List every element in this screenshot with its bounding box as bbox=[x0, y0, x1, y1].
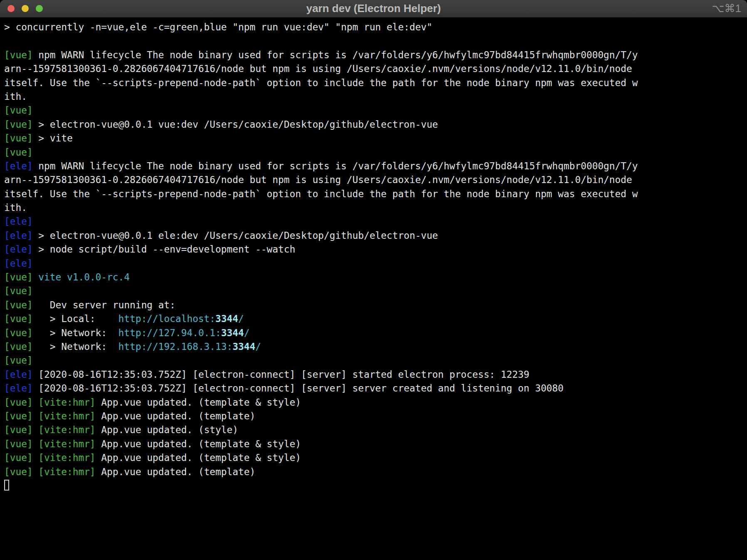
terminal-line: ith. bbox=[4, 90, 747, 104]
terminal-text-segment: > concurrently -n=vue,ele -c=green,blue … bbox=[4, 22, 432, 32]
terminal-text-segment: [vue] bbox=[4, 105, 33, 116]
terminal-line bbox=[4, 34, 747, 48]
terminal-line: [vue] npm WARN lifecycle The node binary… bbox=[4, 48, 747, 62]
terminal-text-segment: ith. bbox=[4, 91, 27, 102]
terminal-text-segment: http://192.168.3.13: bbox=[119, 341, 233, 352]
terminal-text-segment: [ele] bbox=[4, 244, 33, 255]
terminal-text-segment: App.vue updated. (template) bbox=[96, 466, 255, 477]
terminal-text-segment: arn--1597581300361-0.2826067404717616/no… bbox=[4, 63, 632, 74]
terminal-text-segment: [ele] bbox=[4, 161, 33, 171]
close-button[interactable] bbox=[7, 5, 15, 12]
terminal-text-segment: vite v1.0.0-rc.4 bbox=[38, 272, 130, 282]
terminal-text-segment: [ele] bbox=[4, 216, 33, 227]
terminal-line: itself. Use the `--scripts-prepend-node-… bbox=[4, 187, 747, 201]
terminal-text-segment: npm WARN lifecycle The node binary used … bbox=[33, 50, 638, 60]
terminal-line: [vue] > vite bbox=[4, 131, 747, 145]
terminal-text-segment: [vue] bbox=[4, 272, 33, 282]
terminal-text-segment: [vue] bbox=[4, 327, 33, 338]
terminal-text-segment: [ele] bbox=[4, 369, 33, 380]
terminal-text-segment: > node script/build --env=development --… bbox=[33, 244, 295, 255]
zoom-button[interactable] bbox=[36, 5, 43, 12]
terminal-text-segment: App.vue updated. (style) bbox=[96, 424, 238, 435]
terminal-text-segment: Dev server running at: bbox=[33, 300, 176, 310]
terminal-text-segment: [vue] [vite:hmr] bbox=[4, 424, 96, 435]
terminal-text-segment bbox=[33, 272, 39, 282]
terminal-text-segment: > electron-vue@0.0.1 vue:dev /Users/caox… bbox=[33, 119, 438, 130]
terminal-text-segment: [vue] bbox=[4, 119, 33, 130]
terminal-text-segment: [vue] [vite:hmr] bbox=[4, 452, 96, 463]
terminal-cursor-line bbox=[4, 479, 747, 493]
terminal-text-segment: http://127.94.0.1: bbox=[119, 327, 221, 338]
terminal-text-segment: [vue] [vite:hmr] bbox=[4, 411, 96, 421]
terminal-text-segment: [vue] bbox=[4, 300, 33, 310]
terminal-text-segment: 3344 bbox=[233, 341, 255, 352]
terminal-line: [vue] [vite:hmr] App.vue updated. (templ… bbox=[4, 451, 747, 465]
terminal-line: [vue] [vite:hmr] App.vue updated. (templ… bbox=[4, 396, 747, 409]
terminal-line: [vue] > Network: http://127.94.0.1:3344/ bbox=[4, 326, 747, 340]
terminal-text-segment: [2020-08-16T12:35:03.752Z] [electron-con… bbox=[33, 369, 529, 380]
terminal-output[interactable]: > concurrently -n=vue,ele -c=green,blue … bbox=[0, 17, 747, 493]
terminal-text-segment: [vue] bbox=[4, 355, 33, 366]
terminal-line: [vue] bbox=[4, 146, 747, 159]
terminal-line: [vue] [vite:hmr] App.vue updated. (templ… bbox=[4, 465, 747, 479]
terminal-text-segment: [vue] bbox=[4, 341, 33, 352]
terminal-text-segment: [ele] bbox=[4, 258, 33, 269]
terminal-text-segment: itself. Use the `--scripts-prepend-node-… bbox=[4, 188, 638, 199]
terminal-text-segment: [vue] bbox=[4, 313, 33, 324]
terminal-text-segment: > Network: bbox=[33, 327, 119, 338]
terminal-line: [vue] bbox=[4, 354, 747, 367]
terminal-line: [vue] bbox=[4, 104, 747, 117]
terminal-line: [vue] [vite:hmr] App.vue updated. (templ… bbox=[4, 409, 747, 423]
terminal-line: [vue] bbox=[4, 284, 747, 298]
terminal-text-segment: npm WARN lifecycle The node binary used … bbox=[33, 161, 638, 171]
terminal-line: [ele] bbox=[4, 257, 747, 270]
terminal-line: [vue] Dev server running at: bbox=[4, 298, 747, 312]
terminal-text-segment: [vue] [vite:hmr] bbox=[4, 397, 96, 408]
terminal-text-segment: http://localhost: bbox=[119, 313, 215, 324]
terminal-text-segment: [vue] bbox=[4, 50, 33, 60]
terminal-line: itself. Use the `--scripts-prepend-node-… bbox=[4, 76, 747, 90]
terminal-text-segment: [vue] [vite:hmr] bbox=[4, 466, 96, 477]
terminal-text-segment: / bbox=[244, 327, 250, 338]
terminal-text-segment: > Local: bbox=[33, 313, 119, 324]
terminal-line: [vue] [vite:hmr] App.vue updated. (style… bbox=[4, 423, 747, 437]
terminal-text-segment: 3344 bbox=[221, 327, 244, 338]
terminal-text-segment: / bbox=[255, 341, 261, 352]
terminal-text-segment: ith. bbox=[4, 202, 27, 213]
minimize-button[interactable] bbox=[22, 5, 29, 12]
terminal-text-segment: > Network: bbox=[33, 341, 119, 352]
terminal-text-segment: [vue] bbox=[4, 147, 33, 158]
terminal-line: [ele] > electron-vue@0.0.1 ele:dev /User… bbox=[4, 229, 747, 243]
terminal-line: [ele] > node script/build --env=developm… bbox=[4, 243, 747, 256]
terminal-line: > concurrently -n=vue,ele -c=green,blue … bbox=[4, 20, 747, 34]
terminal-line: [vue] [vite:hmr] App.vue updated. (templ… bbox=[4, 437, 747, 451]
terminal-text-segment: [vue] bbox=[4, 285, 33, 296]
terminal-text-segment: > vite bbox=[33, 133, 73, 144]
terminal-text-segment: > electron-vue@0.0.1 ele:dev /Users/caox… bbox=[33, 230, 438, 241]
tab-shortcut-badge: ⌥⌘1 bbox=[712, 0, 741, 17]
terminal-line: [vue] > Local: http://localhost:3344/ bbox=[4, 312, 747, 326]
terminal-window: yarn dev (Electron Helper) ⌥⌘1 > concurr… bbox=[0, 0, 747, 560]
terminal-text-segment: [ele] bbox=[4, 383, 33, 394]
terminal-text-segment: App.vue updated. (template & style) bbox=[96, 452, 301, 463]
terminal-line: [ele] bbox=[4, 215, 747, 228]
terminal-line: arn--1597581300361-0.2826067404717616/no… bbox=[4, 173, 747, 187]
terminal-line: [vue] > electron-vue@0.0.1 vue:dev /User… bbox=[4, 118, 747, 131]
terminal-text-segment: [2020-08-16T12:35:03.752Z] [electron-con… bbox=[33, 383, 564, 394]
terminal-text-segment: 3344 bbox=[215, 313, 238, 324]
terminal-line: [ele] npm WARN lifecycle The node binary… bbox=[4, 159, 747, 173]
terminal-text-segment: App.vue updated. (template) bbox=[96, 411, 255, 421]
terminal-text-segment: itself. Use the `--scripts-prepend-node-… bbox=[4, 77, 638, 88]
titlebar[interactable]: yarn dev (Electron Helper) ⌥⌘1 bbox=[0, 0, 747, 17]
terminal-text-segment: [vue] [vite:hmr] bbox=[4, 439, 96, 449]
terminal-text-segment: App.vue updated. (template & style) bbox=[96, 439, 301, 449]
terminal-text-segment: [ele] bbox=[4, 230, 33, 241]
terminal-text-segment: / bbox=[238, 313, 244, 324]
terminal-text-segment: [vue] bbox=[4, 133, 33, 144]
terminal-line: [vue] vite v1.0.0-rc.4 bbox=[4, 270, 747, 284]
terminal-line: [vue] > Network: http://192.168.3.13:334… bbox=[4, 340, 747, 354]
terminal-cursor bbox=[4, 480, 9, 491]
terminal-text-segment: arn--1597581300361-0.2826067404717616/no… bbox=[4, 174, 632, 185]
terminal-line: arn--1597581300361-0.2826067404717616/no… bbox=[4, 62, 747, 76]
terminal-line: [ele] [2020-08-16T12:35:03.752Z] [electr… bbox=[4, 368, 747, 382]
